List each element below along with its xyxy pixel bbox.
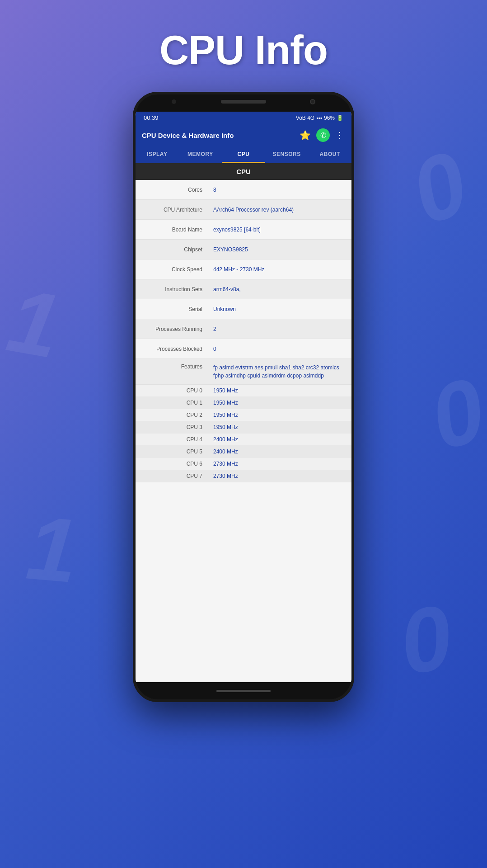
cpu-freq-value-1: 1950 MHz: [208, 397, 351, 409]
cpu-freq-row-1: CPU 1 1950 MHz: [136, 397, 351, 409]
cpu-freq-label-4: CPU 4: [136, 434, 208, 445]
value-clock-speed: 442 MHz - 2730 MHz: [208, 259, 351, 279]
label-serial: Serial: [136, 299, 208, 319]
cpu-freq-row-2: CPU 2 1950 MHz: [136, 409, 351, 421]
cpu-freq-label-7: CPU 7: [136, 470, 208, 482]
app-bar: CPU Device & Hardware Info ⭐ ✆ ⋮: [136, 124, 351, 146]
value-processes-running: 2: [208, 319, 351, 339]
tab-memory[interactable]: MEMORY: [179, 146, 222, 163]
mute-button: [133, 194, 134, 212]
volume-up-button: [133, 219, 134, 246]
status-time: 00:39: [144, 114, 159, 121]
value-chipset: EXYNOS9825: [208, 240, 351, 259]
tab-sensors[interactable]: SENSORS: [265, 146, 309, 163]
tab-display[interactable]: ISPLAY: [136, 146, 179, 163]
label-board-name: Board Name: [136, 220, 208, 239]
app-bar-icons: ⭐ ✆ ⋮: [300, 128, 345, 142]
cpu-section-header: CPU: [136, 163, 351, 180]
status-bar: 00:39 VoB 4G ▪▪▪ 96% 🔋: [136, 112, 351, 124]
signal-bars-icon: ▪▪▪: [316, 115, 322, 121]
phone-top: [136, 94, 351, 112]
info-row-architecture: CPU Architeture AArch64 Processor rev (a…: [136, 200, 351, 220]
status-signal: VoB 4G: [296, 115, 314, 121]
cpu-freq-label-5: CPU 5: [136, 446, 208, 458]
info-row-clock-speed: Clock Speed 442 MHz - 2730 MHz: [136, 259, 351, 279]
info-row-processes-blocked: Processes Blocked 0: [136, 339, 351, 359]
cpu-freq-value-2: 1950 MHz: [208, 409, 351, 421]
label-architecture: CPU Architeture: [136, 200, 208, 219]
star-icon[interactable]: ⭐: [300, 130, 311, 141]
label-processes-running: Processes Running: [136, 319, 208, 339]
tab-bar: ISPLAY MEMORY CPU SENSORS ABOUT: [136, 146, 351, 163]
tab-cpu[interactable]: CPU: [222, 146, 265, 163]
value-board-name: exynos9825 [64-bit]: [208, 220, 351, 239]
phone-frame: 00:39 VoB 4G ▪▪▪ 96% 🔋 CPU Device & Hard…: [133, 92, 354, 702]
info-row-processes-running: Processes Running 2: [136, 319, 351, 339]
page-title: CPU Info: [159, 27, 328, 74]
info-row-cores: Cores 8: [136, 180, 351, 200]
label-clock-speed: Clock Speed: [136, 259, 208, 279]
speaker: [221, 100, 266, 104]
label-cores: Cores: [136, 180, 208, 199]
value-instruction-sets: arm64-v8a,: [208, 279, 351, 299]
cpu-freq-value-0: 1950 MHz: [208, 385, 351, 396]
label-processes-blocked: Processes Blocked: [136, 339, 208, 359]
info-row-serial: Serial Unknown: [136, 299, 351, 319]
info-row-features: Features fp asimd evtstrm aes pmull sha1…: [136, 359, 351, 385]
cpu-freq-label-2: CPU 2: [136, 409, 208, 421]
status-right: VoB 4G ▪▪▪ 96% 🔋: [296, 115, 343, 121]
home-indicator: [216, 690, 271, 692]
status-battery: 96%: [324, 115, 335, 121]
camera-left: [172, 99, 176, 104]
cpu-freq-value-4: 2400 MHz: [208, 434, 351, 445]
phone-bottom: [136, 682, 351, 699]
whatsapp-button[interactable]: ✆: [316, 128, 330, 142]
label-instruction-sets: Instruction Sets: [136, 279, 208, 299]
app-bar-title: CPU Device & Hardware Info: [142, 132, 295, 139]
battery-icon: 🔋: [337, 115, 343, 121]
value-processes-blocked: 0: [208, 339, 351, 359]
cpu-info-table: Cores 8 CPU Architeture AArch64 Processo…: [136, 180, 351, 682]
volume-down-button: [133, 253, 134, 280]
bottom-padding: [136, 482, 351, 496]
cpu-freq-row-6: CPU 6 2730 MHz: [136, 458, 351, 470]
value-architecture: AArch64 Processor rev (aarch64): [208, 200, 351, 219]
power-button: [353, 221, 354, 248]
camera-right: [310, 99, 315, 104]
label-features: Features: [136, 359, 208, 374]
cpu-freq-label-1: CPU 1: [136, 397, 208, 409]
value-serial: Unknown: [208, 299, 351, 319]
cpu-freq-value-3: 1950 MHz: [208, 421, 351, 433]
cpu-freq-value-7: 2730 MHz: [208, 470, 351, 482]
info-row-chipset: Chipset EXYNOS9825: [136, 240, 351, 259]
info-row-board-name: Board Name exynos9825 [64-bit]: [136, 220, 351, 240]
cpu-freq-value-5: 2400 MHz: [208, 446, 351, 458]
cpu-freq-row-3: CPU 3 1950 MHz: [136, 421, 351, 434]
cpu-freq-value-6: 2730 MHz: [208, 458, 351, 470]
cpu-freq-row-4: CPU 4 2400 MHz: [136, 434, 351, 446]
value-features: fp asimd evtstrm aes pmull sha1 sha2 crc…: [208, 359, 351, 384]
cpu-freq-label-6: CPU 6: [136, 458, 208, 470]
phone-screen: 00:39 VoB 4G ▪▪▪ 96% 🔋 CPU Device & Hard…: [136, 112, 351, 682]
more-options-button[interactable]: ⋮: [335, 130, 345, 141]
whatsapp-icon-symbol: ✆: [320, 131, 326, 140]
label-chipset: Chipset: [136, 240, 208, 259]
cpu-freq-row-0: CPU 0 1950 MHz: [136, 385, 351, 397]
cpu-freq-row-5: CPU 5 2400 MHz: [136, 446, 351, 458]
cpu-freq-label-3: CPU 3: [136, 421, 208, 433]
info-row-instruction-sets: Instruction Sets arm64-v8a,: [136, 279, 351, 299]
cpu-freq-label-0: CPU 0: [136, 385, 208, 396]
value-cores: 8: [208, 180, 351, 199]
cpu-freq-row-7: CPU 7 2730 MHz: [136, 470, 351, 482]
tab-about[interactable]: ABOUT: [308, 146, 351, 163]
